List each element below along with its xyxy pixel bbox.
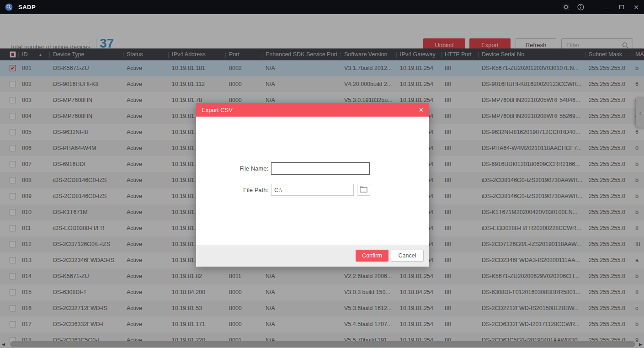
sadp-window: SADP ✕ Total number of online devices: 3… xyxy=(0,0,644,348)
file-path-input[interactable]: C:\ xyxy=(271,184,354,196)
info-icon[interactable] xyxy=(576,3,585,11)
text-cursor xyxy=(274,166,274,172)
export-csv-dialog: Export CSV ✕ File Name: File Path: C:\ C… xyxy=(196,103,429,267)
browse-folder-button[interactable] xyxy=(357,184,370,196)
file-path-label: File Path: xyxy=(196,187,268,193)
app-title: SADP xyxy=(18,4,36,11)
dialog-footer: Confirm Cancel xyxy=(196,245,429,267)
dialog-close-icon[interactable]: ✕ xyxy=(419,107,424,113)
cancel-button[interactable]: Cancel xyxy=(391,250,424,262)
minimize-button[interactable] xyxy=(603,3,611,11)
file-name-input[interactable] xyxy=(271,162,370,175)
dialog-title: Export CSV xyxy=(202,107,233,113)
titlebar-controls: ✕ xyxy=(562,0,640,14)
settings-gear-icon[interactable] xyxy=(562,3,570,11)
title-bar: SADP ✕ xyxy=(0,0,644,14)
folder-icon xyxy=(360,186,367,194)
dialog-header[interactable]: Export CSV ✕ xyxy=(196,103,429,117)
sadp-logo-icon xyxy=(5,3,13,11)
maximize-button[interactable] xyxy=(617,3,626,11)
file-path-row: File Path: C:\ xyxy=(196,184,370,196)
file-path-value: C:\ xyxy=(274,187,282,193)
file-name-row: File Name: xyxy=(196,162,370,175)
confirm-button[interactable]: Confirm xyxy=(356,250,389,262)
file-name-label: File Name: xyxy=(196,165,268,172)
close-button[interactable]: ✕ xyxy=(632,3,640,11)
